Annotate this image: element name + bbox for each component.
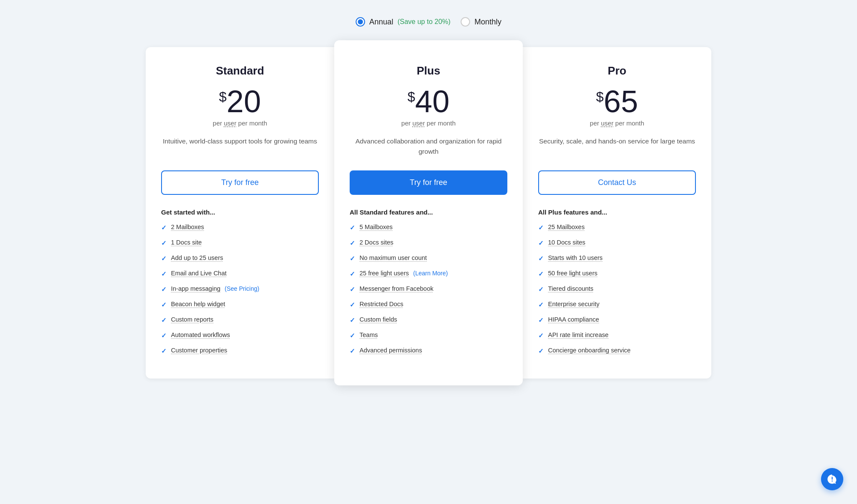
check-icon: ✓ bbox=[350, 346, 355, 355]
price-period: per user per month bbox=[350, 119, 507, 127]
plan-card-pro: Pro $65 per user per month Security, sca… bbox=[523, 47, 711, 379]
check-icon: ✓ bbox=[350, 254, 355, 263]
plan-card-plus: Plus $40 per user per month Advanced col… bbox=[334, 40, 523, 385]
feature-text: Advanced permissions bbox=[360, 347, 422, 354]
save-badge: (Save up to 20%) bbox=[398, 18, 451, 26]
feature-item: ✓ Custom fields bbox=[350, 315, 507, 325]
feature-text: 10 Docs sites bbox=[548, 239, 585, 246]
check-icon: ✓ bbox=[161, 254, 167, 263]
plan-name: Plus bbox=[350, 64, 507, 78]
plan-description: Security, scale, and hands-on service fo… bbox=[538, 136, 696, 158]
feature-item: ✓ Advanced permissions bbox=[350, 346, 507, 355]
plan-description: Advanced collaboration and organization … bbox=[350, 136, 507, 158]
feature-item: ✓ Messenger from Facebook bbox=[350, 284, 507, 294]
feature-item: ✓ Tiered discounts bbox=[538, 284, 696, 294]
monthly-option[interactable]: Monthly bbox=[461, 17, 501, 27]
check-icon: ✓ bbox=[538, 254, 544, 263]
check-icon: ✓ bbox=[538, 239, 544, 248]
feature-link[interactable]: (See Pricing) bbox=[225, 285, 259, 292]
feature-text: Custom fields bbox=[360, 316, 397, 323]
plan-name: Pro bbox=[538, 64, 696, 78]
feature-item: ✓ Concierge onboarding service bbox=[538, 346, 696, 355]
check-icon: ✓ bbox=[161, 223, 167, 232]
feature-list: ✓ 25 Mailboxes ✓ 10 Docs sites ✓ Starts … bbox=[538, 223, 696, 355]
feature-item: ✓ Add up to 25 users bbox=[161, 253, 319, 263]
check-icon: ✓ bbox=[538, 269, 544, 278]
plan-card-standard: Standard $20 per user per month Intuitiv… bbox=[146, 47, 334, 379]
price-amount: $40 bbox=[408, 84, 449, 119]
feature-text: Automated workflows bbox=[171, 331, 230, 338]
feature-item: ✓ 10 Docs sites bbox=[538, 238, 696, 248]
check-icon: ✓ bbox=[161, 269, 167, 278]
feature-item: ✓ Beacon help widget bbox=[161, 300, 319, 309]
feature-item: ✓ HIPAA compliance bbox=[538, 315, 696, 325]
feature-text: API rate limit increase bbox=[548, 331, 608, 338]
check-icon: ✓ bbox=[161, 331, 167, 340]
plan-cta-plus[interactable]: Try for free bbox=[350, 170, 507, 195]
plan-cta-standard[interactable]: Try for free bbox=[161, 170, 319, 195]
features-heading: Get started with... bbox=[161, 209, 319, 216]
check-icon: ✓ bbox=[161, 285, 167, 294]
plan-cta-pro[interactable]: Contact Us bbox=[538, 170, 696, 195]
feature-item: ✓ 25 free light users (Learn More) bbox=[350, 269, 507, 278]
plan-price: $65 bbox=[538, 86, 696, 117]
feature-text: HIPAA compliance bbox=[548, 316, 599, 323]
monthly-radio[interactable] bbox=[461, 17, 470, 27]
feature-item: ✓ Teams bbox=[350, 331, 507, 340]
feature-text: 1 Docs site bbox=[171, 239, 202, 246]
feature-text: 5 Mailboxes bbox=[360, 224, 393, 230]
feature-item: ✓ 2 Mailboxes bbox=[161, 223, 319, 232]
check-icon: ✓ bbox=[161, 346, 167, 355]
plan-description: Intuitive, world-class support tools for… bbox=[161, 136, 319, 158]
annual-radio-inner bbox=[358, 19, 363, 24]
billing-toggle: Annual (Save up to 20%) Monthly bbox=[9, 17, 848, 27]
feature-text: Customer properties bbox=[171, 347, 227, 354]
check-icon: ✓ bbox=[538, 346, 544, 355]
check-icon: ✓ bbox=[538, 300, 544, 309]
features-heading: All Standard features and... bbox=[350, 209, 507, 216]
check-icon: ✓ bbox=[538, 223, 544, 232]
feature-item: ✓ Automated workflows bbox=[161, 331, 319, 340]
feature-text: Email and Live Chat bbox=[171, 270, 227, 277]
feature-text: 2 Docs sites bbox=[360, 239, 393, 246]
price-amount: $20 bbox=[219, 84, 261, 119]
feature-link[interactable]: (Learn More) bbox=[413, 270, 448, 277]
monthly-label: Monthly bbox=[474, 18, 501, 27]
feature-text: Custom reports bbox=[171, 316, 213, 323]
check-icon: ✓ bbox=[538, 316, 544, 325]
feature-list: ✓ 2 Mailboxes ✓ 1 Docs site ✓ Add up to … bbox=[161, 223, 319, 355]
check-icon: ✓ bbox=[350, 300, 355, 309]
check-icon: ✓ bbox=[161, 239, 167, 248]
feature-text: Add up to 25 users bbox=[171, 254, 223, 261]
check-icon: ✓ bbox=[350, 331, 355, 340]
price-period: per user per month bbox=[538, 119, 696, 127]
check-icon: ✓ bbox=[161, 300, 167, 309]
annual-radio[interactable] bbox=[356, 17, 365, 27]
annual-option[interactable]: Annual (Save up to 20%) bbox=[356, 17, 451, 27]
price-dollar: $ bbox=[596, 89, 604, 104]
feature-item: ✓ 2 Docs sites bbox=[350, 238, 507, 248]
plan-name: Standard bbox=[161, 64, 319, 78]
feature-item: ✓ Starts with 10 users bbox=[538, 253, 696, 263]
feature-item: ✓ No maximum user count bbox=[350, 253, 507, 263]
plans-container: Standard $20 per user per month Intuitiv… bbox=[133, 47, 724, 379]
feature-item: ✓ Enterprise security bbox=[538, 300, 696, 309]
check-icon: ✓ bbox=[538, 285, 544, 294]
feature-text: 2 Mailboxes bbox=[171, 224, 204, 230]
price-dollar: $ bbox=[219, 89, 227, 104]
plan-price: $20 bbox=[161, 86, 319, 117]
check-icon: ✓ bbox=[538, 331, 544, 340]
feature-text: Starts with 10 users bbox=[548, 254, 602, 261]
annual-label: Annual bbox=[369, 18, 393, 27]
price-period: per user per month bbox=[161, 119, 319, 127]
feature-text: Messenger from Facebook bbox=[360, 285, 433, 292]
features-heading: All Plus features and... bbox=[538, 209, 696, 216]
check-icon: ✓ bbox=[350, 239, 355, 248]
chat-fab-button[interactable] bbox=[821, 468, 843, 490]
price-amount: $65 bbox=[596, 84, 638, 119]
feature-item: ✓ Email and Live Chat bbox=[161, 269, 319, 278]
feature-item: ✓ 25 Mailboxes bbox=[538, 223, 696, 232]
feature-text: Beacon help widget bbox=[171, 301, 225, 307]
check-icon: ✓ bbox=[350, 316, 355, 325]
feature-text: In-app messaging bbox=[171, 285, 220, 292]
